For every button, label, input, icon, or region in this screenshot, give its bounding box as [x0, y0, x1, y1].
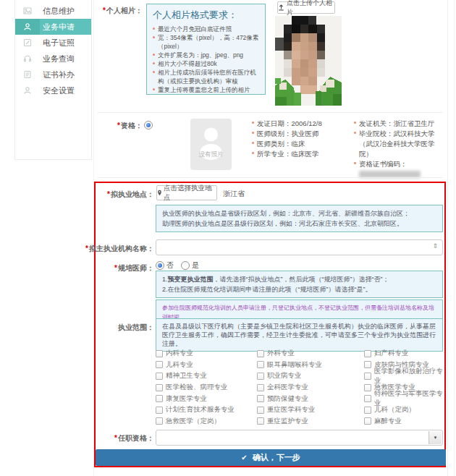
bullet-icon: [153, 54, 155, 56]
checkbox-icon[interactable]: [156, 373, 163, 380]
personal-photo-label: *个人相片：: [103, 6, 143, 16]
checkbox-icon[interactable]: [364, 407, 371, 414]
qualification-details-left: 发证日期：2006/12/8 医师级别：执业医师 医师类别：临床 所学专业：临床…: [252, 119, 352, 159]
scope-checkbox[interactable]: 精神卫生专业: [156, 371, 257, 381]
radio-icon[interactable]: [156, 261, 164, 270]
detail-item: 医师级别：执业医师: [252, 129, 352, 139]
checkbox-icon[interactable]: [257, 361, 264, 368]
scope-checkbox[interactable]: 儿科专业: [156, 360, 257, 370]
sidebar-item-security-settings[interactable]: 安全设置: [15, 82, 91, 98]
certificate-photo-placeholder: 没有照片: [190, 119, 232, 170]
stepper-icon[interactable]: ⇕: [432, 242, 438, 250]
checkbox-icon[interactable]: [156, 361, 163, 368]
check-icon: ✔: [241, 454, 247, 462]
content-right-border: [447, 0, 448, 476]
photo-requirement-item: 相片大小不得超过80k: [153, 59, 259, 68]
scope-checkbox[interactable]: 麻醉专业: [364, 417, 447, 426]
practice-scope-checkbox-grid: 内科专业 外科专业 妇产科专业 儿科专业 眼耳鼻咽喉科专业 皮肤病与性病专业 精…: [156, 348, 447, 427]
checkbox-icon[interactable]: [156, 395, 163, 402]
photo-requirement-item: 宽：354像素（pixel），高：472像素（pixel）: [153, 33, 259, 51]
scope-checkbox[interactable]: 眼耳鼻咽喉科专业: [257, 360, 364, 370]
detail-item: 毕业院校：武汉科技大学（武汉冶金科技大学医学院）: [354, 129, 447, 159]
checkbox-icon[interactable]: [257, 373, 264, 380]
photo-requirement-item: 最近六个月免冠白底证件照: [153, 25, 259, 33]
headset-icon: [15, 51, 40, 67]
radio-icon[interactable]: [181, 261, 190, 270]
checkbox-icon[interactable]: [257, 395, 264, 402]
qualification-radio[interactable]: [144, 121, 153, 129]
scope-checkbox[interactable]: 职业病专业: [257, 371, 364, 381]
checkbox-icon[interactable]: [257, 384, 264, 391]
checkbox-icon[interactable]: [156, 350, 163, 357]
sidebar-item-business-query[interactable]: 业务查询: [15, 51, 91, 67]
section-divider: [98, 112, 443, 113]
confirm-next-button[interactable]: ✔ 确认，下一步: [96, 449, 446, 466]
checkbox-icon[interactable]: [364, 350, 371, 357]
sidebar-item-certificate-reissue[interactable]: 证书补办: [15, 67, 91, 82]
bullet-icon: [354, 132, 356, 134]
detail-item: 医师类别：临床: [252, 139, 352, 149]
checkbox-icon[interactable]: [156, 417, 163, 425]
scope-checkbox[interactable]: 重症监护专业: [257, 417, 364, 426]
scope-checkbox[interactable]: 预防保健专业: [257, 394, 364, 404]
scope-checkbox[interactable]: 外科专业: [257, 349, 364, 358]
scope-checkbox[interactable]: 计划生育技术服务专业: [156, 405, 257, 415]
practice-location-note: 执业医师的执业地点是省级行政区划，例如：北京市、河北省、新疆维吾尔族自治区； 助…: [156, 205, 443, 232]
main-org-select[interactable]: ⇕: [156, 239, 443, 255]
checkbox-icon[interactable]: [257, 350, 264, 357]
edit-icon: [15, 35, 40, 51]
checkbox-icon[interactable]: [156, 384, 163, 391]
photo-requirements-box: 个人相片格式要求： 最近六个月免冠白底证件照 宽：354像素（pixel），高：…: [146, 4, 266, 95]
sidebar-item-label: 电子证照: [40, 38, 75, 48]
checkbox-icon[interactable]: [364, 395, 371, 402]
scope-checkbox[interactable]: 妇产科专业: [364, 349, 447, 358]
location-pin-icon: [157, 190, 162, 196]
title-qualification-select[interactable]: ▼: [156, 430, 443, 446]
sidebar-item-label: 信息维护: [40, 6, 75, 17]
document-icon: [15, 67, 40, 82]
trainee-note: 1.预变更执业范围，请先选择“拟执业地点”，然后此项（“规培医师”）选择“否”；…: [156, 271, 443, 298]
bullet-icon: [153, 88, 155, 90]
checkbox-icon[interactable]: [364, 417, 371, 425]
user-icon: [15, 82, 40, 98]
scope-checkbox[interactable]: 医学检验、病理专业: [156, 383, 257, 392]
upload-photo-button[interactable]: 点击上传个人相片: [277, 1, 335, 14]
checkbox-icon[interactable]: [156, 407, 163, 414]
sidebar-item-label: 业务申请: [40, 22, 75, 33]
person-silhouette-icon: [190, 119, 232, 170]
detail-item: 所学专业：临床医学: [252, 149, 352, 159]
checkbox-icon[interactable]: [364, 373, 371, 380]
sidebar-item-info-maintenance[interactable]: 信息维护: [15, 3, 91, 19]
bullet-icon: [252, 132, 254, 134]
practice-scope-label: 执业范围：: [118, 323, 154, 333]
select-practice-location-button[interactable]: 点击选择执业地点: [156, 185, 217, 200]
checkbox-icon[interactable]: [257, 417, 264, 425]
bullet-icon: [354, 122, 356, 124]
checkbox-icon[interactable]: [257, 407, 264, 414]
photo-requirements-title: 个人相片格式要求：: [153, 9, 259, 22]
scope-checkbox[interactable]: 重症医学科专业: [257, 405, 364, 415]
sidebar-item-electronic-license[interactable]: 电子证照: [15, 35, 91, 51]
trainee-option-yes[interactable]: 是: [181, 260, 199, 271]
detail-item: 发证日期：2006/12/8: [252, 119, 352, 129]
bullet-icon: [252, 152, 254, 154]
title-qualification-label: *任职资格：: [114, 433, 154, 443]
scope-checkbox[interactable]: 内科专业: [156, 349, 257, 358]
uploaded-portrait-photo: [275, 16, 342, 106]
trainee-option-no[interactable]: 否: [156, 260, 174, 271]
sidebar-item-business-application[interactable]: 业务申请: [15, 19, 91, 35]
scope-checkbox[interactable]: 康复医学专业: [156, 394, 257, 404]
qualification-details-right: 发证机关：浙江省卫生厅 毕业院校：武汉科技大学（武汉冶金科技大学医学院） 资格证…: [354, 119, 447, 179]
practice-location-value: 浙江省: [223, 189, 245, 199]
scope-checkbox[interactable]: 急救医学（定岗）: [156, 417, 257, 426]
page-right-border: [454, 0, 455, 476]
scope-checkbox[interactable]: 全科医学专业: [257, 383, 364, 392]
scope-checkbox[interactable]: 儿科（定岗）: [364, 405, 447, 415]
detail-item: 发证机关：浙江省卫生厅: [354, 119, 447, 129]
bullet-icon: [153, 62, 155, 64]
section-divider: [98, 177, 443, 178]
dropdown-arrow-icon[interactable]: ▼: [428, 431, 442, 444]
main-org-label: *拟主执业机构名称：: [85, 244, 154, 254]
sidebar-item-label: 安全设置: [40, 85, 75, 96]
bullet-icon: [153, 36, 155, 38]
